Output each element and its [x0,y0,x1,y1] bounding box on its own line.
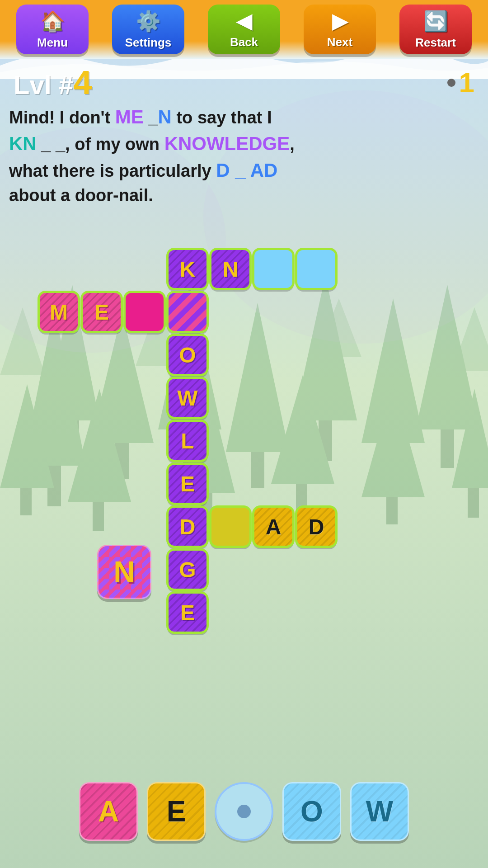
nav-bar: 🏠 Menu ⚙️ Settings ◀ Back ▶ Next 🔄 Resta… [0,0,488,59]
settings-button[interactable]: ⚙️ Settings [112,5,184,54]
tray-used-slot [215,782,273,841]
svg-rect-15 [441,429,454,468]
svg-rect-25 [386,497,398,524]
svg-rect-9 [251,452,264,488]
tile-empty-1-row0[interactable] [253,249,294,289]
tile-O-col4[interactable]: O [167,335,208,375]
tile-letter: E [180,600,195,625]
menu-label: Menu [37,36,68,50]
clue-kn: KN [9,133,37,154]
back-label: Back [230,35,258,49]
clue-text-2: to say that I [172,108,272,127]
tile-D-col4[interactable]: D [167,506,208,547]
restart-button[interactable]: 🔄 Restart [399,5,472,54]
score-display: 1 [447,66,474,99]
clue-text-3: , of my own [65,135,164,154]
tray-tile-W[interactable]: W [350,782,409,841]
tile-letter: N [113,555,135,589]
tile-letter: W [177,386,197,410]
clue-dad: D _ AD [216,160,277,181]
tray-tile-A[interactable]: A [79,782,138,841]
back-icon: ◀ [236,9,252,33]
tile-L-col4[interactable]: L [167,420,208,461]
gear-icon: ⚙️ [136,9,161,33]
clue-text-1: Mind! I don't [9,108,115,127]
next-label: Next [327,35,352,49]
svg-rect-19 [93,502,104,531]
svg-rect-17 [20,488,32,515]
tile-M-row1[interactable]: M [38,292,79,332]
svg-rect-27 [468,488,479,518]
tile-D-dad[interactable]: D [296,506,337,547]
level-prefix: Lvl # [14,70,73,99]
next-button[interactable]: ▶ Next [304,5,376,54]
clue-blanks: _ _ [37,135,65,154]
tile-empty-2-row0[interactable] [296,249,337,289]
tile-empty-yellow[interactable] [210,506,251,547]
tray-letter: O [300,795,323,828]
tile-E-row1[interactable]: E [81,292,122,332]
tile-K-row0[interactable]: K [167,249,208,289]
tile-letter: G [179,557,196,582]
home-icon: 🏠 [40,9,65,33]
tile-blank-diag[interactable] [167,292,208,332]
tile-letter: M [50,300,68,325]
back-button[interactable]: ◀ Back [208,5,280,54]
tile-letter: E [180,472,195,496]
tile-blank-hotpink[interactable] [124,292,165,332]
clue-me: ME [115,106,144,127]
tray-letter: A [98,795,119,828]
level-display: Lvl #4 [14,63,92,102]
tile-G-col4[interactable]: G [167,549,208,590]
tile-letter: D [309,514,324,539]
letter-tray: A E O W [0,782,488,841]
score-value: 1 [459,66,474,99]
tile-letter: O [179,343,196,368]
settings-label: Settings [125,36,172,50]
level-number: 4 [73,64,92,101]
clue-knowledge: KNOWLEDGE [164,133,290,154]
level-bar: Lvl #4 1 [0,63,488,102]
tray-letter: E [167,795,186,828]
clue-box: Mind! I don't ME _N to say that I KN _ _… [9,104,479,208]
tile-N-large[interactable]: N [97,545,151,599]
tile-letter: L [181,429,194,453]
tray-tile-O[interactable]: O [282,782,341,841]
tile-E-bottom-col4[interactable]: E [167,592,208,633]
tile-E-col4[interactable]: E [167,463,208,504]
clue-text-6: about a door-nail. [9,186,153,205]
game-area: Lvl #4 1 Mind! I don't ME _N to say that… [0,59,488,868]
menu-button[interactable]: 🏠 Menu [16,5,89,54]
clue-comma: , [290,135,295,154]
tile-letter: K [180,257,196,282]
tray-letter: W [366,795,393,828]
tile-A-dad[interactable]: A [253,506,294,547]
tile-W-col4[interactable]: W [167,377,208,418]
tile-letter: E [94,300,109,325]
next-icon: ▶ [332,9,347,33]
clue-sep1: _ [144,108,158,127]
tile-N-row0[interactable]: N [210,249,251,289]
tile-letter: D [180,514,196,539]
restart-icon: 🔄 [423,9,448,33]
tile-letter: A [266,514,282,539]
tile-letter: N [223,257,239,282]
score-dot [447,79,455,87]
tray-tile-E[interactable]: E [147,782,206,841]
clue-text-4: what there is particularly [9,161,216,180]
restart-label: Restart [415,36,456,50]
clue-n: N [158,106,172,127]
